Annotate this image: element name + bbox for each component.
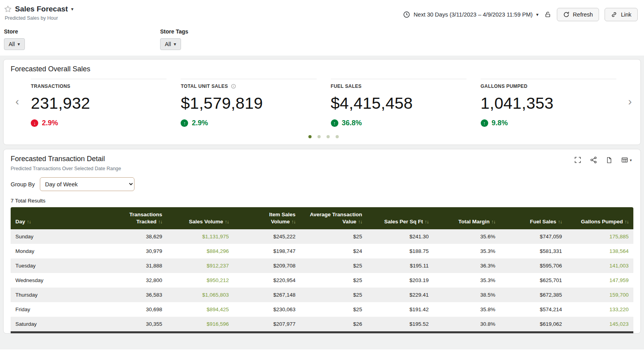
refresh-button[interactable]: Refresh [557, 8, 599, 21]
cell-day: Wednesday [11, 273, 100, 288]
column-header-total-margin[interactable]: Total Margin↑↓ [433, 207, 500, 229]
table-options-button[interactable]: ▾ [621, 156, 632, 163]
cell-gallons-link[interactable]: 175,885 [567, 229, 633, 244]
unlock-icon[interactable] [544, 11, 551, 18]
cell-sales-volume-link[interactable]: $1,131,975 [167, 229, 233, 244]
store-tags-dropdown[interactable]: All ▾ [160, 38, 181, 50]
cell-day: Friday [11, 302, 100, 317]
cell-fuel-sales: $574,214 [500, 302, 567, 317]
cell-sales-volume-link[interactable]: $884,296 [167, 244, 233, 258]
dashboard-content: Forecasted Overall Sales ‹ TRANSACTIONS … [0, 56, 644, 349]
cell-gallons-link[interactable]: 138,564 [567, 244, 633, 258]
cell-sales-volume-link[interactable]: $1,065,803 [167, 288, 233, 302]
cell-sales-volume-link[interactable]: $950,212 [167, 273, 233, 288]
cell-sales-volume-link[interactable]: $894,425 [167, 302, 233, 317]
table-row: Wednesday 32,800 $950,212 $220,954 $25 $… [11, 273, 633, 288]
sort-icon[interactable]: ↑↓ [27, 219, 31, 225]
title-caret-icon[interactable]: ▾ [71, 7, 73, 11]
carousel-dot[interactable] [327, 135, 330, 138]
column-header-transactions-tracked[interactable]: Transactions Tracked↑↓ [100, 207, 167, 229]
store-filter-label: Store [4, 28, 160, 35]
fullscreen-button[interactable] [574, 156, 581, 163]
cell-gallons-link[interactable]: 145,023 [567, 317, 633, 331]
cell-item-sales: $209,708 [233, 258, 300, 273]
favorite-star-icon[interactable] [4, 5, 12, 13]
cell-transactions: 32,800 [100, 273, 167, 288]
cell-gallons-link[interactable]: 141,003 [567, 258, 633, 273]
sort-icon[interactable]: ↑↓ [358, 219, 362, 225]
kpi-total-unit-sales: TOTAL UNIT SALES $1,579,819 ↑ 2.9% [181, 79, 316, 127]
column-header-sales-volume[interactable]: Sales Volume↑↓ [167, 207, 233, 229]
sort-icon[interactable]: ↑↓ [425, 219, 429, 225]
cell-day: Tuesday [11, 258, 100, 273]
kpi-label: GALLONS PUMPED [481, 84, 528, 89]
page-title: Sales Forecast [15, 5, 68, 13]
kpi-value: 1,041,353 [481, 94, 616, 113]
kpi-value: 231,932 [31, 94, 166, 113]
sort-icon[interactable]: ↑↓ [491, 219, 496, 225]
table-row: Sunday 38,629 $1,131,975 $245,222 $25 $2… [11, 229, 633, 244]
cell-sales-per-sqft: $203.19 [367, 273, 433, 288]
column-header-day[interactable]: Day↑↓ [11, 207, 100, 229]
carousel-prev-icon[interactable]: ‹ [11, 96, 24, 107]
column-header-sales-per-sqft[interactable]: Sales Per Sq Ft↑↓ [367, 207, 433, 229]
carousel-dot[interactable] [317, 135, 321, 138]
sort-icon[interactable]: ↑↓ [158, 219, 162, 225]
detail-toolbar: ▾ [574, 156, 632, 163]
link-button[interactable]: Link [605, 8, 638, 21]
cell-sales-volume-link[interactable]: $912,237 [167, 258, 233, 273]
cell-item-sales: $267,148 [233, 288, 300, 302]
cell-day: Thursday [11, 288, 100, 302]
cell-total-margin: 35.3% [433, 244, 500, 258]
carousel-next-icon[interactable]: › [623, 96, 637, 107]
cell-fuel-sales: $747,059 [500, 229, 567, 244]
cell-gallons-link[interactable]: 133,220 [567, 302, 633, 317]
sort-icon[interactable]: ↑↓ [291, 219, 296, 225]
column-header-fuel-sales[interactable]: Fuel Sales↑↓ [500, 207, 567, 229]
column-header-item-sales-volume[interactable]: Item Sales Volume↑↓ [233, 207, 300, 229]
link-icon [611, 11, 617, 18]
cell-day: Saturday [11, 317, 100, 331]
kpi-label: TRANSACTIONS [31, 84, 70, 89]
date-caret-icon: ▾ [536, 12, 539, 17]
down-arrow-icon: ↓ [31, 119, 38, 127]
cell-sales-per-sqft: $241.30 [367, 229, 433, 244]
sort-icon[interactable]: ↑↓ [625, 219, 629, 225]
kpi-delta: ↑ 9.8% [481, 119, 616, 127]
carousel-dot[interactable] [308, 135, 312, 138]
chart-view-button[interactable] [590, 156, 597, 163]
sort-icon[interactable]: ↑↓ [225, 219, 229, 225]
sort-icon[interactable]: ↑↓ [558, 219, 562, 225]
cell-gallons-link[interactable]: 159,700 [567, 288, 633, 302]
share-nodes-icon [590, 156, 597, 163]
column-header-average-transaction-value[interactable]: Average Transaction Value↑↓ [300, 207, 367, 229]
cell-sales-volume-link[interactable]: $916,596 [167, 317, 233, 331]
top-bar: Sales Forecast ▾ Predicted Sales by Hour… [0, 0, 644, 21]
group-by-select[interactable]: Day of Week [40, 177, 134, 191]
date-range-selector[interactable]: Next 30 Days (3/11/2023 – 4/9/2023 11:59… [403, 11, 539, 18]
kpi-gallons-pumped: GALLONS PUMPED 1,041,353 ↑ 9.8% [481, 79, 616, 127]
kpi-transactions: TRANSACTIONS 231,932 ↓ 2.9% [31, 79, 166, 127]
cell-total-margin: 38.5% [433, 288, 500, 302]
up-arrow-icon: ↑ [481, 119, 488, 127]
column-header-gallons-pumped[interactable]: Gallons Pumped↑↓ [567, 207, 633, 229]
carousel-dot[interactable] [336, 135, 339, 138]
file-icon [606, 157, 612, 163]
cell-item-sales: $230,063 [233, 302, 300, 317]
cell-gallons-link[interactable]: 147,959 [567, 273, 633, 288]
export-button[interactable] [606, 157, 612, 163]
cell-fuel-sales: $672,385 [500, 288, 567, 302]
cell-total-margin: 36.3% [433, 258, 500, 273]
info-icon[interactable] [231, 84, 236, 89]
kpi-label: TOTAL UNIT SALES [181, 84, 228, 89]
cell-total-margin: 35.6% [433, 229, 500, 244]
cell-fuel-sales: $625,701 [500, 273, 567, 288]
transaction-detail-table: Day↑↓ Transactions Tracked↑↓ Sales Volum… [11, 207, 633, 331]
table-row: Saturday 30,355 $916,596 $207,977 $26 $1… [11, 317, 633, 331]
fullscreen-icon [574, 156, 581, 163]
store-dropdown[interactable]: All ▾ [4, 38, 25, 50]
table-row: Thursday 36,583 $1,065,803 $267,148 $25 … [11, 288, 633, 302]
table-row: Monday 30,979 $884,296 $198,747 $24 $188… [11, 244, 633, 258]
group-by-label: Group By [11, 181, 35, 188]
page-subtitle: Predicted Sales by Hour [5, 15, 73, 21]
